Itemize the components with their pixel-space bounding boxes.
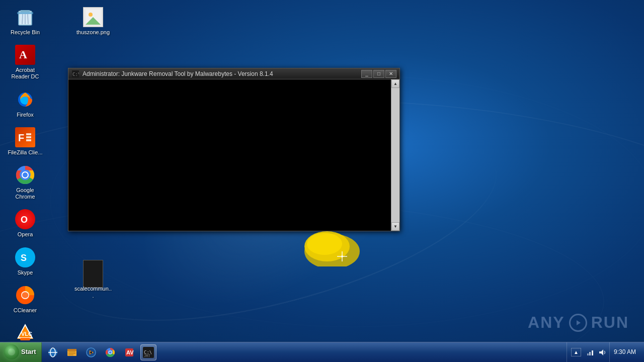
- start-label: Start: [21, 348, 36, 355]
- desktop-icon-opera[interactable]: O Opera: [5, 207, 45, 240]
- svg-text:JRT: JRT: [144, 354, 150, 358]
- svg-line-11: [28, 14, 28, 24]
- desktop-icon-scalecommun[interactable]: scalecommun...: [73, 261, 113, 301]
- svg-point-31: [89, 13, 93, 17]
- svg-rect-54: [68, 351, 75, 352]
- cmd-window: C:\ Administrator: Junkware Removal Tool…: [68, 68, 400, 231]
- svg-rect-56: [68, 354, 73, 355]
- cmd-minimize-button[interactable]: _: [361, 70, 372, 78]
- desktop-icon-acrobat[interactable]: A Acrobat Reader DC: [5, 43, 45, 82]
- chrome-icon: [15, 165, 35, 185]
- cmd-window-controls: _ □ ✕: [361, 70, 396, 78]
- system-clock[interactable]: 9:30 AM: [609, 342, 640, 362]
- system-tray: ▲ 9:30 AM: [567, 342, 644, 362]
- cursor: [337, 251, 347, 261]
- start-button[interactable]: Start: [0, 342, 42, 362]
- desktop-icon-skype[interactable]: S Skype: [5, 245, 45, 278]
- cmd-close-button[interactable]: ✕: [385, 70, 396, 78]
- ccleaner-icon: [15, 285, 35, 305]
- svg-rect-8: [20, 10, 30, 12]
- start-orb: [4, 344, 19, 359]
- tray-network-icon[interactable]: [585, 347, 595, 357]
- scalecommun-icon: [83, 263, 103, 284]
- svg-text:O: O: [21, 215, 28, 225]
- taskbar-ie-icon[interactable]: [45, 344, 61, 360]
- scrollbar-down-button[interactable]: ▼: [391, 222, 399, 231]
- taskbar-cmd-icon[interactable]: C:\ JRT: [140, 344, 156, 360]
- scalecommun-label: scalecommun...: [74, 286, 112, 299]
- cmd-content-area: ▲ ▼: [68, 79, 399, 231]
- taskbar-explorer-icon[interactable]: [64, 344, 80, 360]
- acrobat-label: Acrobat Reader DC: [7, 67, 44, 80]
- svg-text:S: S: [21, 253, 27, 263]
- scrollbar-track[interactable]: [391, 88, 399, 222]
- svg-line-9: [22, 14, 23, 24]
- anyrun-watermark: ANY RUN: [528, 313, 629, 332]
- desktop-icon-chrome[interactable]: Google Chrome: [5, 163, 45, 202]
- svg-rect-69: [587, 353, 589, 355]
- desktop-icon-firefox[interactable]: Firefox: [5, 87, 45, 120]
- firefox-label: Firefox: [7, 112, 44, 118]
- ccleaner-label: CCleaner: [7, 307, 44, 314]
- thuszone-label: thuszone.png: [74, 29, 112, 36]
- svg-text:VLC: VLC: [21, 331, 32, 337]
- svg-point-43: [307, 233, 342, 255]
- desktop-icon-recycle-bin[interactable]: Recycle Bin: [5, 5, 45, 38]
- svg-point-21: [23, 172, 28, 177]
- svg-marker-72: [599, 349, 603, 355]
- desktop-icon-thuszone[interactable]: thuszone.png: [73, 5, 113, 38]
- svg-rect-17: [26, 136, 31, 138]
- taskbar-tasks: AV C:\ JRT: [42, 342, 567, 362]
- cmd-titlebar[interactable]: C:\ Administrator: Junkware Removal Tool…: [68, 68, 399, 79]
- svg-rect-4: [17, 12, 33, 14]
- svg-point-48: [8, 348, 15, 355]
- svg-rect-28: [20, 338, 30, 340]
- desktop-icons-column1: Recycle Bin A Acrobat Reader DC: [5, 5, 45, 360]
- thuszone-icon: [83, 7, 103, 27]
- skype-icon: S: [15, 247, 35, 267]
- svg-point-41: [304, 234, 360, 266]
- tray-volume-icon[interactable]: [597, 347, 607, 357]
- acrobat-icon: A: [15, 45, 35, 65]
- tray-expand-button[interactable]: ▲: [571, 348, 581, 356]
- svg-marker-47: [577, 320, 581, 325]
- svg-text:F: F: [18, 132, 24, 143]
- taskbar: Start: [0, 342, 644, 362]
- svg-text:AV: AV: [126, 349, 134, 355]
- cmd-title-text: Administrator: Junkware Removal Tool by …: [83, 70, 361, 77]
- filezilla-label: FileZilla Clie...: [7, 149, 44, 156]
- svg-rect-71: [592, 350, 593, 355]
- cmd-icon: C:\: [71, 70, 79, 78]
- taskbar-security-icon[interactable]: AV: [121, 344, 137, 360]
- cmd-screen[interactable]: [68, 79, 391, 231]
- svg-rect-70: [589, 352, 591, 355]
- svg-rect-16: [26, 133, 31, 135]
- scrollbar-up-button[interactable]: ▲: [391, 79, 399, 88]
- vlc-icon: VLC: [15, 323, 35, 343]
- yellow-decorative-object: [297, 226, 362, 266]
- recycle-bin-icon: [15, 7, 35, 27]
- desktop: Recycle Bin A Acrobat Reader DC: [0, 0, 644, 362]
- opera-label: Opera: [7, 231, 44, 238]
- desktop-icon-ccleaner[interactable]: CCleaner: [5, 283, 45, 316]
- cmd-scrollbar[interactable]: ▲ ▼: [391, 79, 399, 231]
- svg-point-42: [304, 231, 350, 261]
- firefox-icon: [15, 89, 35, 110]
- anyrun-text: ANY RUN: [528, 313, 629, 332]
- svg-rect-53: [67, 349, 76, 351]
- desktop-icon-filezilla[interactable]: F FileZilla Clie...: [5, 125, 45, 158]
- svg-rect-55: [68, 353, 75, 354]
- skype-label: Skype: [7, 269, 44, 276]
- anyrun-play-icon: [569, 314, 587, 332]
- svg-point-60: [90, 351, 92, 353]
- clock-time: 9:30 AM: [614, 348, 636, 355]
- recycle-bin-label: Recycle Bin: [7, 29, 44, 36]
- chrome-label: Google Chrome: [7, 187, 44, 200]
- cmd-maximize-button[interactable]: □: [373, 70, 384, 78]
- svg-point-63: [109, 351, 111, 353]
- taskbar-media-icon[interactable]: [83, 344, 99, 360]
- taskbar-chrome-icon[interactable]: [102, 344, 118, 360]
- svg-text:A: A: [19, 48, 27, 61]
- svg-point-46: [341, 255, 343, 257]
- svg-text:C:\: C:\: [72, 72, 79, 77]
